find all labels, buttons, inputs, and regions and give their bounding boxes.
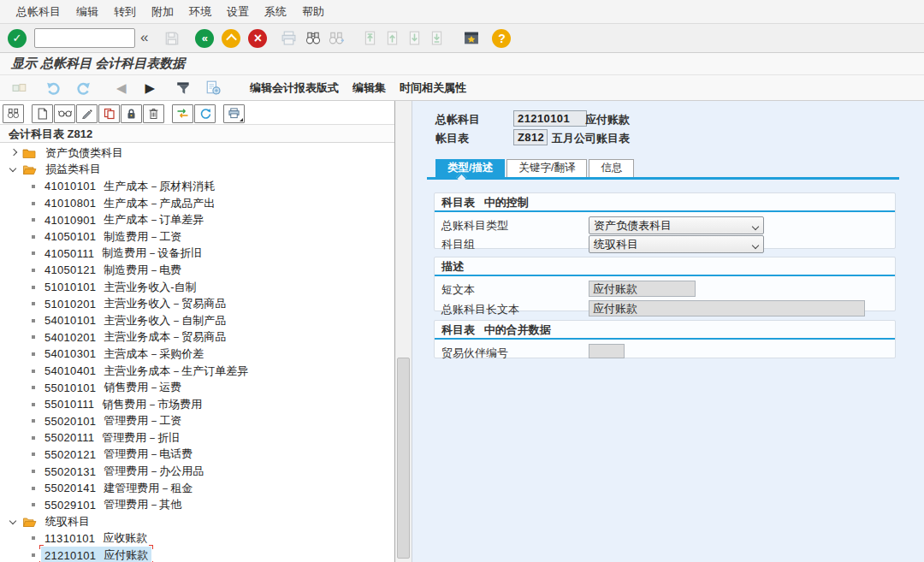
tree-item[interactable]: 55010111 销售费用－市场费用 (0, 396, 394, 413)
menu-item[interactable]: 环境 (181, 0, 219, 23)
copy-icon[interactable] (98, 104, 120, 123)
tree-item-label[interactable]: 41010101 生产成本－原材料消耗 (41, 178, 218, 195)
tree-item-label[interactable]: 54010101 主营业务收入－自制产品 (41, 312, 229, 329)
refresh-icon[interactable] (194, 104, 216, 123)
tree-item-label[interactable]: 41010901 生产成本－订单差异 (41, 211, 207, 228)
chevron-down-icon[interactable] (10, 166, 17, 173)
trading-partner-input[interactable] (589, 344, 625, 358)
tree-item-label[interactable]: 资产负债类科目 (42, 145, 127, 162)
tree-item[interactable]: 55020131 管理费用－办公用品 (0, 463, 394, 480)
menu-item[interactable]: 转到 (106, 0, 144, 23)
print-preview-icon[interactable] (205, 80, 221, 95)
tree-item-label[interactable]: 54010301 主营成本－采购价差 (41, 346, 207, 363)
tree-item[interactable]: 11310101 应收账款 (0, 530, 394, 547)
tree-item-label[interactable]: 51010101 主营业务收入-自制 (41, 279, 200, 296)
menu-item[interactable]: 总帐科目 (9, 0, 68, 23)
tree-item[interactable]: 41010901 生产成本－订单差异 (0, 211, 394, 228)
tab[interactable]: 信息 (589, 159, 634, 177)
app-toolbar-button[interactable]: 编辑集 (346, 77, 393, 99)
tree-item-label[interactable]: 54010201 主营业务成本－贸易商品 (41, 328, 229, 346)
tree-item-label[interactable]: 55020101 管理费用－工资 (41, 412, 185, 429)
tree-item-label[interactable]: 55029101 管理费用－其他 (41, 496, 185, 513)
menu-item[interactable]: 系统 (257, 0, 294, 23)
back-icon[interactable]: « (195, 29, 214, 48)
exit-icon[interactable] (222, 29, 240, 48)
collapse-command-icon[interactable]: « (140, 29, 148, 46)
tree-item[interactable]: 21210101 应付账款 (0, 547, 394, 562)
find-icon[interactable] (305, 31, 321, 45)
tree-item[interactable]: 55020141 建管理费用－租金 (0, 480, 394, 497)
tree-item-label[interactable]: 55010101 销售费用－运费 (41, 379, 185, 396)
short-text-input[interactable]: 应付账款 (589, 281, 696, 297)
tree-item-label[interactable]: 41050101 制造费用－工资 (41, 228, 185, 246)
chevron-right-icon[interactable] (10, 150, 17, 157)
tree-item-label[interactable]: 55010111 销售费用－市场费用 (41, 396, 205, 413)
tree-item-label[interactable]: 21210101 应付账款 (41, 547, 151, 562)
tree-item-label[interactable]: 51010201 主营业务收入－贸易商品 (41, 295, 229, 312)
tree-item[interactable]: 损益类科目 (0, 162, 394, 179)
tree-item-label[interactable]: 损益类科目 (42, 161, 104, 178)
tree-item-label[interactable]: 11310101 应收账款 (41, 529, 151, 547)
tree-item[interactable]: 41010801 生产成本－产成品产出 (0, 195, 394, 212)
account-group-select[interactable]: 统驭科目 (589, 235, 764, 253)
delete-icon[interactable] (143, 104, 164, 123)
tree-item[interactable]: 55010101 销售费用－运费 (0, 379, 394, 396)
find-icon[interactable] (3, 104, 24, 123)
tree-item-label[interactable]: 41050111 制造费用－设备折旧 (41, 245, 205, 262)
help-icon[interactable]: ? (492, 29, 511, 48)
chevron-down-icon[interactable] (10, 518, 17, 525)
tree-item[interactable]: 55020121 管理费用－电话费 (0, 447, 394, 464)
tree-item[interactable]: 41050121 制造费用－电费 (0, 262, 394, 279)
menu-item[interactable]: 设置 (219, 0, 257, 23)
hierarchy-display-icon[interactable] (175, 80, 192, 95)
change-icon[interactable] (76, 104, 98, 123)
tree-item[interactable]: 54010201 主营业务成本－贸易商品 (0, 329, 394, 346)
account-type-select[interactable]: 资产负债表科目 (589, 216, 764, 234)
display-change-toggle-icon[interactable] (172, 104, 193, 123)
new-session-icon[interactable] (463, 31, 480, 45)
tree-item[interactable]: 统驭科目 (0, 513, 394, 530)
tree-item-label[interactable]: 55020111 管理费用－折旧 (41, 429, 183, 447)
tree-item-label[interactable]: 55020121 管理费用－电话费 (41, 446, 196, 463)
tree-item-label[interactable]: 41010801 生产成本－产成品产出 (41, 195, 218, 212)
tree-item[interactable]: 54010101 主营业务收入－自制产品 (0, 312, 394, 329)
tree-item[interactable]: 资产负债类科目 (0, 145, 394, 162)
tree-item[interactable]: 41050101 制造费用－工资 (0, 228, 394, 246)
tree-item[interactable]: 55020101 管理费用－工资 (0, 413, 394, 430)
tree-scrollbar[interactable] (395, 101, 412, 562)
lock-icon[interactable] (121, 104, 142, 123)
menu-item[interactable]: 帮助 (294, 0, 332, 23)
menu-item[interactable]: 附加 (144, 0, 181, 23)
tree-item[interactable]: 55020111 管理费用－折旧 (0, 429, 394, 447)
tree-item[interactable]: 41010101 生产成本－原材料消耗 (0, 178, 394, 195)
tree-item-label[interactable]: 55020131 管理费用－办公用品 (41, 463, 207, 480)
cancel-icon[interactable]: × (248, 29, 267, 48)
long-text-input[interactable]: 应付账款 (589, 300, 865, 316)
tree-item[interactable]: 51010101 主营业务收入-自制 (0, 279, 394, 296)
tab[interactable]: 类型/描述 (435, 159, 505, 177)
tree-item[interactable]: 51010201 主营业务收入－贸易商品 (0, 295, 394, 312)
tree-item[interactable]: 54010301 主营成本－采购价差 (0, 346, 394, 363)
tree-item-label[interactable]: 54010401 主营业务成本－生产订单差异 (41, 363, 252, 380)
gl-account-value[interactable]: 21210101 (513, 110, 587, 127)
print-icon[interactable] (223, 104, 245, 123)
scrollbar-thumb[interactable] (397, 358, 410, 559)
app-toolbar-button[interactable]: 时间相关属性 (393, 77, 473, 99)
tree-item-label[interactable]: 41050121 制造费用－电费 (41, 262, 185, 279)
undo-icon[interactable] (46, 81, 62, 95)
enter-icon[interactable]: ✓ (8, 29, 27, 48)
next-icon[interactable]: ▶ (145, 80, 156, 96)
tree-item[interactable]: 41050111 制造费用－设备折旧 (0, 246, 394, 263)
tree-item-label[interactable]: 55020141 建管理费用－租金 (41, 480, 196, 497)
create-icon[interactable] (32, 104, 53, 123)
display-icon[interactable] (54, 104, 75, 123)
tab[interactable]: 关键字/翻译 (506, 159, 587, 177)
menu-item[interactable]: 编辑 (68, 0, 106, 23)
tree-item-label[interactable]: 统驭科目 (42, 513, 93, 530)
command-input[interactable] (34, 28, 135, 48)
redo-icon[interactable] (74, 81, 91, 95)
tree-item[interactable]: 54010401 主营业务成本－生产订单差异 (0, 363, 394, 380)
app-toolbar-button[interactable]: 编辑会计报表版式 (243, 77, 346, 99)
tree-item[interactable]: 55029101 管理费用－其他 (0, 496, 394, 513)
chart-of-accounts-value[interactable]: Z812 (513, 129, 548, 145)
